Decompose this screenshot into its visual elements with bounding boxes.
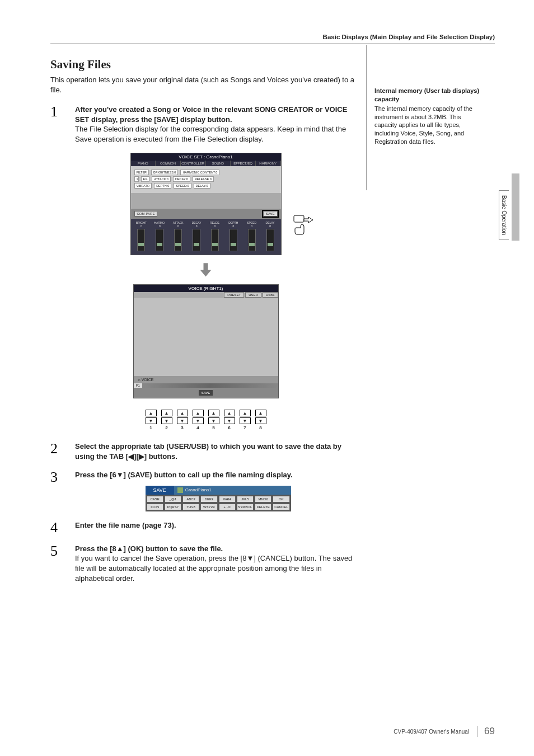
button-down: ▼ xyxy=(177,417,188,424)
vs-cell: VIBRATO xyxy=(134,183,152,189)
slider xyxy=(248,229,256,251)
vs-cell: BRIGHTNESS:0 xyxy=(151,170,178,175)
save-key: CANCEL xyxy=(273,504,289,510)
button-up: ▲ xyxy=(193,410,204,416)
section-title: Saving Files xyxy=(50,58,361,72)
save-key: TUV8 xyxy=(182,504,199,510)
step-detail: The File Selection display for the corre… xyxy=(75,124,361,144)
side-note-body: The internal memory capacity of the inst… xyxy=(374,105,481,146)
side-note: Internal memory (User tab displays) capa… xyxy=(374,87,481,146)
save-key: MNO6 xyxy=(255,496,271,503)
save-key: PQRS7 xyxy=(165,504,181,510)
step-number: 5 xyxy=(50,544,65,583)
save-label: SAVE xyxy=(146,486,174,495)
slider xyxy=(211,229,219,251)
vs-tab: COMMON xyxy=(156,161,181,166)
button-up: ▲ xyxy=(146,410,157,416)
vs-cell: DEPTH:0 xyxy=(154,183,171,189)
step-3: 3 Press the [6▼] (SAVE) button to call u… xyxy=(50,470,361,511)
slider xyxy=(156,229,163,251)
voice-right-screenshot: VOICE (RIGHT1) PRESET USER USB1 ⌂ VOICE … xyxy=(133,284,279,398)
vr-tab: USB1 xyxy=(263,292,278,298)
save-button-highlight: SAVE xyxy=(263,211,278,217)
button-down: ▼ xyxy=(208,417,219,424)
save-key: SYMBOL xyxy=(237,504,254,510)
running-header: Basic Displays (Main Display and File Se… xyxy=(50,34,495,40)
section-tab: Basic Operation xyxy=(499,190,509,240)
step-number: 2 xyxy=(50,442,65,461)
vs-tab: EFFECT/EQ xyxy=(231,161,256,166)
step-instruction: Select the appropriate tab (USER/USB) to… xyxy=(75,442,361,461)
save-key: CASE xyxy=(147,496,163,503)
slider xyxy=(266,229,274,251)
save-key: DELETE xyxy=(255,504,271,510)
arrow-down-icon xyxy=(200,263,212,276)
button-up: ▲ xyxy=(240,410,251,416)
panel-button-row: ▲▼1 ▲▼2 ▲▼3 ▲▼4 ▲▼5 ▲▼6 ▲▼7 ▲▼8 xyxy=(146,410,266,430)
vr-tab: USER xyxy=(245,292,261,298)
divider-line xyxy=(366,45,367,190)
slider xyxy=(229,229,237,251)
save-key: GHI4 xyxy=(219,496,236,503)
button-up: ▲ xyxy=(224,410,235,416)
step-instruction: After you've created a Song or Voice in … xyxy=(75,105,361,124)
section-intro: This operation lets you save your origin… xyxy=(50,75,361,95)
vr-tab: PRESET xyxy=(224,292,244,298)
step-2: 2 Select the appropriate tab (USER/USB) … xyxy=(50,442,361,461)
vs-cell: FILTER xyxy=(134,170,149,175)
page-number: 69 xyxy=(477,726,495,737)
p1-label: P1 xyxy=(134,383,142,388)
step-4: 4 Enter the file name (page 73). xyxy=(50,520,361,535)
save-key: JKL5 xyxy=(237,496,254,503)
vs-cell: HARMONIC CONTENT:0 xyxy=(180,170,219,175)
step-instruction: Enter the file name (page 73). xyxy=(75,520,361,530)
save-key: WXYZ9 xyxy=(200,504,217,510)
save-key: _@1 xyxy=(165,496,181,503)
button-number: 6 xyxy=(228,425,230,430)
vs-tab: PIANO xyxy=(131,161,156,166)
button-down: ▼ xyxy=(161,417,172,424)
button-down: ▼ xyxy=(193,417,204,424)
side-tab-marker xyxy=(512,173,519,241)
voice-label: ⌂ VOICE xyxy=(134,376,278,383)
voice-set-title: VOICE SET : GrandPiano1 xyxy=(131,153,281,161)
vs-cell: DELAY:0 xyxy=(194,183,210,189)
footer-text: CVP-409/407 Owner's Manual xyxy=(394,729,469,735)
button-up: ▲ xyxy=(177,410,188,416)
vs-cell: 1 xyxy=(134,176,139,182)
vs-tab: CONTROLLER xyxy=(181,161,206,166)
vs-tab: HARMONY xyxy=(256,161,281,166)
button-number: 5 xyxy=(212,425,214,430)
button-up: ▲ xyxy=(208,410,219,416)
vs-cell: EG xyxy=(141,176,150,182)
button-down: ▼ xyxy=(224,417,235,424)
save-key: OK xyxy=(273,496,289,503)
button-number: 2 xyxy=(165,425,167,430)
compare-button: COM-PARE xyxy=(134,211,158,217)
button-up: ▲ xyxy=(161,410,172,416)
step-1: 1 After you've created a Song or Voice i… xyxy=(50,105,361,144)
step-detail: If you want to cancel the Save operation… xyxy=(75,553,361,583)
pointing-finger-icon xyxy=(293,214,315,237)
button-number: 4 xyxy=(196,425,199,430)
step-number: 3 xyxy=(50,470,65,511)
slider xyxy=(193,229,200,251)
vs-tab: SOUND xyxy=(206,161,231,166)
step-number: 1 xyxy=(50,105,65,144)
step-instruction: Press the [6▼] (SAVE) button to call up … xyxy=(75,470,361,480)
save-filename-field: GrandPiano1 xyxy=(174,486,291,495)
vs-cell: RELEASE:0 xyxy=(193,176,214,182)
button-number: 1 xyxy=(149,425,152,430)
button-number: 3 xyxy=(181,425,183,430)
step-instruction: Press the [8▲] (OK) button to save the f… xyxy=(75,544,361,554)
step-5: 5 Press the [8▲] (OK) button to save the… xyxy=(50,544,361,583)
button-down: ▼ xyxy=(255,417,266,424)
voice-set-screenshot: VOICE SET : GrandPiano1 PIANO COMMON CON… xyxy=(130,153,282,255)
button-up: ▲ xyxy=(255,410,266,416)
voice-right-title: VOICE (RIGHT1) xyxy=(134,285,278,292)
vs-cell: ATTACK:0 xyxy=(152,176,170,182)
save-key: ICON xyxy=(147,504,163,510)
svg-rect-0 xyxy=(294,215,304,222)
vs-cell: SPEED:0 xyxy=(174,183,191,189)
vr-save-button: SAVE xyxy=(199,390,213,396)
